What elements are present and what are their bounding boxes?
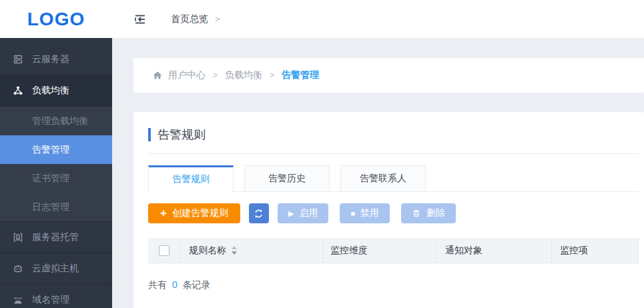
- refresh-button[interactable]: [249, 203, 269, 223]
- sidebar-item-label: 告警管理: [32, 144, 69, 156]
- breadcrumb: 用户中心 > 负载均衡 > 告警管理: [133, 58, 644, 93]
- sidebar-item-domain-management[interactable]: www 域名管理: [0, 284, 112, 308]
- sort-carets-icon[interactable]: [232, 246, 237, 255]
- sidebar-item-alarm-management[interactable]: 告警管理: [0, 135, 112, 164]
- sidebar-item-label: 管理负载均衡: [32, 115, 88, 127]
- breadcrumb-item-load-balance[interactable]: 负载均衡: [225, 69, 262, 81]
- breadcrumb-item-current: 告警管理: [282, 69, 319, 81]
- cloud-server-icon: [13, 54, 23, 65]
- plus-icon: +: [160, 207, 167, 220]
- sidebar-item-cloud-server[interactable]: 云服务器: [0, 43, 112, 75]
- domain-icon: www: [13, 295, 23, 305]
- virtual-host-icon: [13, 263, 23, 274]
- sidebar-item-label: 负载均衡: [32, 85, 69, 97]
- delete-button[interactable]: 删除: [401, 203, 456, 223]
- breadcrumb-item-user-center[interactable]: 用户中心: [168, 69, 206, 81]
- enable-button[interactable]: ▶ 启用: [278, 203, 328, 223]
- table-header-notify-target: 通知对象: [436, 238, 552, 263]
- record-count-suffix: 条记录: [183, 279, 211, 290]
- caret-up-icon: [232, 246, 237, 249]
- sidebar-submenu: 管理负载均衡 告警管理 证书管理 日志管理: [0, 106, 112, 221]
- sidebar: LOGO 云服务器: [0, 0, 112, 308]
- app-root: LOGO 云服务器: [0, 0, 644, 308]
- trash-icon: [412, 209, 421, 218]
- tab-label: 告警联系人: [360, 173, 406, 185]
- main-panel: 告警规则 告警规则 告警历史 告警联系人 + 创建告警规则: [133, 112, 644, 308]
- disable-button-label: 禁用: [360, 207, 379, 219]
- table-header-monitor-item: 监控项: [552, 238, 639, 263]
- divider: [148, 153, 639, 154]
- sidebar-menu: 云服务器 负载均衡 管理负载均衡 告警管理: [0, 38, 112, 308]
- sidebar-item-label: 日志管理: [32, 201, 69, 213]
- logo-text: LOGO: [27, 9, 85, 30]
- stop-icon: ■: [350, 209, 355, 217]
- sidebar-item-server-hosting[interactable]: 服务器托管: [0, 221, 112, 253]
- sidebar-item-load-balance[interactable]: 负载均衡: [0, 75, 112, 106]
- server-hosting-icon: [13, 232, 23, 243]
- column-label: 通知对象: [445, 245, 482, 257]
- sidebar-item-manage-load-balance[interactable]: 管理负载均衡: [0, 107, 112, 135]
- logo[interactable]: LOGO: [0, 0, 112, 38]
- sidebar-item-label: 服务器托管: [32, 231, 79, 243]
- sidebar-item-label: 域名管理: [32, 294, 69, 306]
- toolbar: + 创建告警规则 ▶ 启用 ■ 禁用: [148, 203, 639, 223]
- tab-label: 告警规则: [172, 173, 210, 185]
- table-header-monitor-dimension: 监控维度: [324, 238, 436, 263]
- page-title: 告警规则: [157, 127, 206, 143]
- delete-button-label: 删除: [426, 207, 445, 219]
- column-label: 规则名称: [189, 245, 226, 257]
- table-header-rule-name: 规则名称: [181, 238, 324, 263]
- refresh-icon: [254, 209, 264, 219]
- column-label: 监控维度: [330, 245, 368, 257]
- table-header-row: 规则名称 监控维度 通知对象 监控项: [148, 238, 639, 263]
- create-button-label: 创建告警规则: [172, 207, 228, 219]
- record-count-number: 0: [172, 279, 178, 290]
- record-count: 共有 0 条记录: [148, 279, 639, 291]
- column-label: 监控项: [560, 245, 588, 257]
- play-icon: ▶: [288, 209, 294, 218]
- svg-text:www: www: [13, 296, 22, 300]
- create-alarm-rule-button[interactable]: + 创建告警规则: [148, 203, 240, 223]
- caret-down-icon: [232, 251, 237, 255]
- disable-button[interactable]: ■ 禁用: [340, 203, 390, 223]
- sidebar-item-label: 云服务器: [32, 53, 69, 65]
- sidebar-item-log-management[interactable]: 日志管理: [0, 193, 112, 221]
- select-all-checkbox[interactable]: [159, 245, 170, 256]
- table-header-checkbox-cell: [148, 238, 181, 263]
- sidebar-item-certificate-management[interactable]: 证书管理: [0, 164, 112, 193]
- record-count-prefix: 共有: [148, 279, 167, 290]
- tab-alarm-rules[interactable]: 告警规则: [148, 165, 234, 192]
- page-title-row: 告警规则: [148, 127, 639, 143]
- home-icon[interactable]: [152, 70, 163, 81]
- sidebar-item-label: 云虚拟主机: [32, 263, 79, 275]
- chevron-right-icon: >: [213, 71, 218, 80]
- sidebar-item-label: 证书管理: [32, 173, 69, 185]
- title-accent-bar: [148, 128, 151, 141]
- tab-alarm-contacts[interactable]: 告警联系人: [340, 165, 426, 192]
- sidebar-item-virtual-host[interactable]: 云虚拟主机: [0, 253, 112, 284]
- chevron-right-icon: >: [215, 14, 220, 24]
- topbar: 首页总览 >: [112, 0, 644, 38]
- topbar-breadcrumb[interactable]: 首页总览: [171, 13, 208, 25]
- tab-label: 告警历史: [268, 173, 306, 185]
- tab-alarm-history[interactable]: 告警历史: [244, 165, 330, 192]
- load-balance-icon: [13, 85, 23, 96]
- sidebar-collapse-icon[interactable]: [133, 13, 147, 26]
- enable-button-label: 启用: [299, 207, 318, 219]
- chevron-right-icon: >: [270, 71, 274, 80]
- tab-bar: 告警规则 告警历史 告警联系人: [148, 165, 639, 192]
